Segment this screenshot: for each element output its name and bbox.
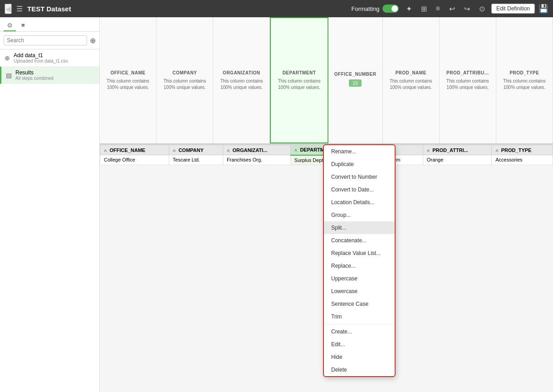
col-card-company-header: COMPANY bbox=[172, 70, 197, 75]
add-data-label: Add data_t1 bbox=[14, 52, 69, 59]
formatting-toggle-group: Formatting bbox=[351, 5, 398, 13]
ctx-uppercase[interactable]: Uppercase bbox=[324, 272, 395, 285]
sidebar-item-results[interactable]: ▤ Results All steps combined bbox=[0, 67, 99, 84]
ctx-replace-value-list[interactable]: Replace Value List... bbox=[324, 247, 395, 260]
office-number-bar: 15 bbox=[349, 79, 362, 87]
formatting-label: Formatting bbox=[351, 5, 379, 12]
main-layout: ⊙ ≡ ⊕ ⊕ Add data_t1 Uploaded from data_t… bbox=[0, 17, 553, 392]
col-card-office-name-header: OFFICE_NAME bbox=[110, 70, 145, 75]
col-card-organization-text: This column contains 100% unique values. bbox=[217, 78, 266, 91]
prod-type-col-label: PROD_TYPE bbox=[501, 147, 532, 153]
ctx-edit[interactable]: Edit... bbox=[324, 338, 395, 351]
ctx-convert-number[interactable]: Convert to Number bbox=[324, 171, 395, 183]
department-type: A bbox=[294, 148, 298, 152]
tool-button[interactable]: ✦ bbox=[403, 4, 415, 14]
list-view-button[interactable]: ≡ bbox=[433, 4, 443, 14]
add-source-button[interactable]: ⊕ bbox=[90, 36, 96, 45]
ctx-delete[interactable]: Delete bbox=[324, 363, 395, 376]
col-card-department[interactable]: DEPARTMENT This column contains 100% uni… bbox=[270, 17, 328, 143]
results-icon: ▤ bbox=[6, 72, 12, 79]
col-card-office-name-text: This column contains 100% unique values. bbox=[103, 78, 152, 91]
cell-prod-attribu: Orange bbox=[423, 155, 492, 165]
col-card-company[interactable]: COMPANY This column contains 100% unique… bbox=[157, 17, 213, 143]
col-header-prod-type[interactable]: A PROD_TYPE bbox=[492, 145, 553, 155]
back-button[interactable]: ◀ bbox=[5, 4, 12, 14]
col-header-company[interactable]: A COMPANY bbox=[169, 145, 223, 155]
ctx-rename[interactable]: Rename... bbox=[324, 145, 395, 158]
results-sub: All steps combined bbox=[15, 76, 54, 81]
col-card-prod-type[interactable]: PROD_TYPE This column contains 100% uniq… bbox=[496, 17, 553, 143]
search-input[interactable] bbox=[4, 35, 87, 45]
ctx-duplicate[interactable]: Duplicate bbox=[324, 158, 395, 171]
formatting-toggle[interactable] bbox=[382, 5, 399, 13]
grid-view-button[interactable]: ⊞ bbox=[418, 4, 430, 14]
context-menu: Rename... Duplicate Convert to Number Co… bbox=[323, 144, 396, 377]
add-data-sub: Uploaded from data_t1.csv. bbox=[14, 59, 69, 64]
prod-attribu-type: A bbox=[427, 148, 430, 153]
pin-button[interactable]: ⊙ bbox=[476, 4, 488, 14]
col-card-prod-name-text: This column contains 100% unique values. bbox=[387, 78, 436, 91]
col-card-prod-name-header: PROD_NAME bbox=[395, 70, 426, 75]
office-name-col-label: OFFICE_NAME bbox=[110, 147, 146, 153]
col-card-prod-attribu-text: This column contains 100% unique values. bbox=[443, 78, 492, 91]
col-card-prod-attribu[interactable]: PROD_ATTRIBU... This column contains 100… bbox=[440, 17, 496, 143]
save-button[interactable]: 💾 bbox=[538, 4, 548, 14]
col-header-organization[interactable]: A ORGANIZATI... bbox=[223, 145, 290, 155]
col-card-office-number-header: OFFICE_NUMBER bbox=[334, 72, 377, 77]
dataset-title: TEST Dataset bbox=[27, 5, 347, 13]
sidebar-tab-steps[interactable]: ≡ bbox=[18, 20, 29, 31]
ctx-hide[interactable]: Hide bbox=[324, 351, 395, 363]
cell-company: Tescare Ltd. bbox=[169, 155, 223, 165]
cell-office-name: College Office bbox=[100, 155, 169, 165]
company-col-label: COMPANY bbox=[178, 147, 203, 153]
ctx-location-details[interactable]: Location Details... bbox=[324, 196, 395, 209]
organization-col-label: ORGANIZATI... bbox=[232, 147, 267, 153]
ctx-concatenate[interactable]: Concatenate... bbox=[324, 234, 395, 247]
company-type: A bbox=[173, 148, 176, 153]
col-card-company-text: This column contains 100% unique values. bbox=[160, 78, 209, 91]
prod-type-type: A bbox=[495, 148, 499, 153]
col-card-organization-header: ORGANIZATION bbox=[223, 70, 260, 75]
organization-type: A bbox=[227, 148, 230, 153]
prod-attribu-col-label: PROD_ATTRI... bbox=[432, 147, 468, 153]
ctx-group[interactable]: Group... bbox=[324, 209, 395, 221]
col-card-office-name[interactable]: OFFICE_NAME This column contains 100% un… bbox=[100, 17, 157, 143]
column-cards-row: OFFICE_NAME This column contains 100% un… bbox=[100, 17, 553, 144]
sidebar-item-add-data[interactable]: ⊕ Add data_t1 Uploaded from data_t1.csv. bbox=[0, 49, 99, 67]
cell-prod-type: Accessories bbox=[492, 155, 553, 165]
col-card-prod-type-header: PROD_TYPE bbox=[509, 70, 539, 75]
sidebar-search-container: ⊕ bbox=[0, 32, 99, 49]
sidebar-tabs: ⊙ ≡ bbox=[0, 17, 99, 32]
edit-definition-button[interactable]: Edit Definition bbox=[491, 4, 535, 14]
sidebar-item-results-text: Results All steps combined bbox=[15, 69, 54, 81]
ctx-divider bbox=[324, 324, 395, 324]
sidebar: ⊙ ≡ ⊕ ⊕ Add data_t1 Uploaded from data_t… bbox=[0, 17, 100, 392]
sidebar-item-add-data-text: Add data_t1 Uploaded from data_t1.csv. bbox=[14, 52, 69, 64]
col-card-prod-type-text: This column contains 100% unique values. bbox=[500, 78, 549, 91]
col-header-office-name[interactable]: A OFFICE_NAME bbox=[100, 145, 169, 155]
ctx-replace[interactable]: Replace... bbox=[324, 260, 395, 272]
col-card-office-number[interactable]: OFFICE_NUMBER 15 bbox=[328, 17, 383, 143]
data-tab-icon: ⊙ bbox=[7, 22, 12, 29]
col-card-department-text: This column contains 100% unique values. bbox=[274, 78, 323, 91]
ctx-create[interactable]: Create... bbox=[324, 325, 395, 338]
ctx-lowercase[interactable]: Lowercase bbox=[324, 285, 395, 298]
col-card-prod-attribu-header: PROD_ATTRIBU... bbox=[446, 70, 489, 75]
ctx-trim[interactable]: Trim bbox=[324, 310, 395, 323]
col-header-prod-attribu[interactable]: A PROD_ATTRI... bbox=[423, 145, 492, 155]
topbar: ◀ ☰ TEST Dataset Formatting ✦ ⊞ ≡ ↩ ↪ ⊙ … bbox=[0, 0, 553, 17]
col-card-organization[interactable]: ORGANIZATION This column contains 100% u… bbox=[213, 17, 270, 143]
ctx-convert-date[interactable]: Convert to Date... bbox=[324, 183, 395, 196]
results-label: Results bbox=[15, 69, 54, 76]
undo-button[interactable]: ↩ bbox=[446, 4, 458, 14]
ctx-split[interactable]: Split... bbox=[324, 221, 395, 234]
steps-tab-icon: ≡ bbox=[21, 22, 25, 29]
dataset-icon: ☰ bbox=[16, 5, 23, 13]
add-data-icon: ⊕ bbox=[5, 54, 10, 62]
office-name-type: A bbox=[104, 148, 107, 153]
sidebar-tab-data[interactable]: ⊙ bbox=[4, 20, 16, 31]
col-card-prod-name[interactable]: PROD_NAME This column contains 100% uniq… bbox=[383, 17, 440, 143]
ctx-sentence-case[interactable]: Sentence Case bbox=[324, 298, 395, 310]
redo-button[interactable]: ↪ bbox=[461, 4, 473, 14]
cell-organization: Franchises Org. bbox=[223, 155, 290, 165]
